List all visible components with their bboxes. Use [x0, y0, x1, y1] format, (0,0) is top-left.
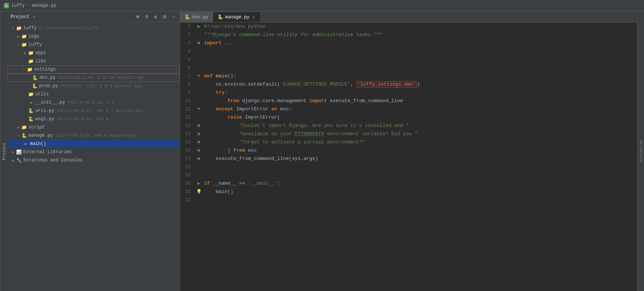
tree-item-dev-py[interactable]: 🐍 dev.py 2022/4/30 1:40, 2.92 kB Moments…	[8, 74, 180, 82]
run-gutter[interactable]: ▶	[195, 23, 203, 31]
line-number: 5	[180, 56, 195, 64]
tree-item-libs[interactable]: 📁 libs	[8, 57, 180, 65]
locate-file-icon[interactable]: ⊕	[135, 14, 141, 20]
line-content: import ...	[203, 39, 637, 47]
line-number: 17	[180, 155, 195, 163]
chevron-right-icon: ▶	[16, 34, 21, 39]
project-panel-tab[interactable]: Project	[0, 11, 8, 291]
bulb-icon: 💡	[196, 188, 202, 196]
tree-item-settings[interactable]: ▾ 📁 settings	[8, 65, 180, 74]
code-line-16: 16 ▣ ) from exc	[180, 146, 637, 155]
code-line-2: 2 """Django's command-line utility for a…	[180, 31, 637, 39]
tree-item-apps[interactable]: ▶ 📁 apps	[8, 49, 180, 57]
tab-manage-py[interactable]: 🐍 manage.py ✕	[213, 12, 260, 22]
python-icon: ✦	[28, 100, 34, 106]
tree-item-manage-py[interactable]: ▾ 🐍 manage.py 2022/4/30 0:52, 646 B Mome…	[8, 131, 180, 140]
tree-item-wsgi-py[interactable]: 🐍 wsgi.py 2022/4/30 0:52, 403 B	[8, 115, 180, 123]
line-number: 12	[180, 113, 195, 122]
code-line-11: 11 ▼ except ImportError as exc:	[180, 105, 637, 113]
tree-label: settings	[34, 67, 56, 72]
folder-icon: 📁	[28, 58, 34, 64]
fold-icon: ▣	[198, 130, 200, 138]
code-line-18: 18	[180, 163, 637, 171]
line-number: 1	[180, 23, 195, 31]
tree-item-urls-py[interactable]: 🐍 urls.py 2022/4/30 0:52, 768 B 7 minute…	[8, 107, 180, 115]
folder-icon: 📁	[21, 33, 27, 39]
line-number: 18	[180, 163, 195, 171]
line-number: 20	[180, 179, 195, 188]
line-content: """Django's command-line utility for adm…	[203, 31, 637, 39]
fold-gutter[interactable]: ▣	[195, 155, 203, 163]
method-icon: ⊕	[23, 141, 29, 147]
fold-icon: ▼	[198, 105, 200, 113]
tree-item-prod-py[interactable]: 🐍 prod.py 2022/4/30 1:42, 0 B 3 minutes …	[8, 82, 180, 90]
code-line-1: 1 ▶ #!/usr/bin/env python	[180, 23, 637, 31]
hide-icon[interactable]: —	[171, 14, 177, 20]
fold-gutter[interactable]: ▼	[195, 105, 203, 113]
title-sep: ›	[27, 3, 30, 8]
tree-item-scratches[interactable]: ▶ 🔧 Scratches and Consoles	[8, 156, 180, 164]
code-line-22: 22	[180, 196, 637, 204]
tree-item-main[interactable]: ⊕ main()	[8, 140, 180, 148]
tree-label: External Libraries	[23, 149, 72, 155]
code-line-19: 19	[180, 171, 637, 179]
line-content: #!/usr/bin/env python	[203, 23, 637, 31]
structure-panel-tab[interactable]: Structure	[637, 11, 644, 291]
python-icon: 🐍	[32, 75, 38, 81]
code-line-13: 13 ▣ "Couldn't import Django. Are you su…	[180, 122, 637, 130]
line-content: except ImportError as exc:	[203, 105, 637, 113]
title-project: luffy	[11, 3, 25, 8]
fold-gutter[interactable]: ▣	[195, 130, 203, 138]
tree-item-script[interactable]: ▶ 📁 script	[8, 123, 180, 131]
tree-label: luffy	[29, 42, 42, 47]
run-icon: ▶	[197, 23, 200, 31]
tab-dev-py[interactable]: 🐍 dev.py	[180, 12, 213, 22]
fold-icon: ▼	[198, 72, 200, 80]
tree-meta: 2022/4/30 0:52, 768 B 7 minutes ago	[56, 109, 143, 113]
code-line-3: 3 ▣ import ...	[180, 39, 637, 47]
tree-meta: 2022/4/30 0:52, 0 B	[67, 100, 114, 105]
python-file-icon: 🐍	[185, 15, 190, 20]
tree-item-luffy-folder[interactable]: ▾ 📁 luffy	[8, 41, 180, 49]
bulb-gutter[interactable]: 💡	[195, 188, 203, 196]
line-content: raise ImportError(	[203, 113, 637, 122]
tree-path: F:\synchro\Project\luffy	[39, 26, 98, 30]
tree-label: prod.py	[39, 83, 58, 89]
app-icon: 🐍	[4, 3, 9, 8]
tree-item-init-py[interactable]: ✦ __init__.py 2022/4/30 0:52, 0 B	[8, 98, 180, 107]
tree-meta: 2022/4/30 1:42, 0 B 3 minutes ago	[60, 84, 142, 88]
fold-gutter[interactable]: ▣	[195, 39, 203, 47]
fold-gutter[interactable]: ▣	[195, 138, 203, 146]
line-content: ) from exc	[203, 146, 637, 155]
line-content: os.environ.setdefault('DJANGO_SETTINGS_M…	[203, 80, 637, 89]
tree-item-logs[interactable]: ▶ 📁 logs	[8, 32, 180, 41]
tree-item-external-libraries[interactable]: ▶ 📊 External Libraries	[8, 148, 180, 156]
tree-label: script	[29, 125, 45, 130]
run-gutter[interactable]: ▶	[195, 179, 203, 188]
code-editor[interactable]: 1 ▶ #!/usr/bin/env python 2 """Django's …	[180, 23, 637, 291]
line-number: 6	[180, 64, 195, 72]
code-line-20: 20 ▶ if __name__ == '__main__':	[180, 179, 637, 188]
line-number: 9	[180, 89, 195, 97]
tree-item-utils[interactable]: 📁 utils	[8, 90, 180, 98]
run-icon: ▶	[197, 179, 200, 188]
collapse-all-icon[interactable]: ≡	[144, 14, 150, 20]
sidebar-toolbar: Project ▾ ⊕ ≡ ⇅ ⚙ —	[8, 11, 180, 23]
tab-bar: 🐍 dev.py 🐍 manage.py ✕	[180, 11, 637, 23]
line-number: 8	[180, 80, 195, 89]
line-content: def main():	[203, 72, 637, 80]
expand-icon[interactable]: ⇅	[153, 14, 159, 20]
library-icon: 📊	[16, 149, 22, 155]
fold-gutter[interactable]: ▣	[195, 146, 203, 155]
fold-icon: ▣	[198, 155, 200, 163]
tree-item-root[interactable]: ▾ 📁 luffy F:\synchro\Project\luffy	[8, 24, 180, 32]
tab-close-button[interactable]: ✕	[252, 14, 256, 20]
tab-label: dev.py	[192, 15, 208, 20]
fold-gutter[interactable]: ▣	[195, 122, 203, 130]
fold-gutter[interactable]: ▼	[195, 72, 203, 80]
main-layout: Project Project ▾ ⊕ ≡ ⇅ ⚙ — ▾ 📁 luffy F:…	[0, 11, 644, 291]
tree-meta: 2022/4/30 0:52, 403 B	[56, 117, 108, 121]
settings-icon[interactable]: ⚙	[162, 14, 168, 20]
tree-label: luffy	[23, 26, 37, 31]
chevron-down-icon: ▾	[16, 133, 21, 138]
